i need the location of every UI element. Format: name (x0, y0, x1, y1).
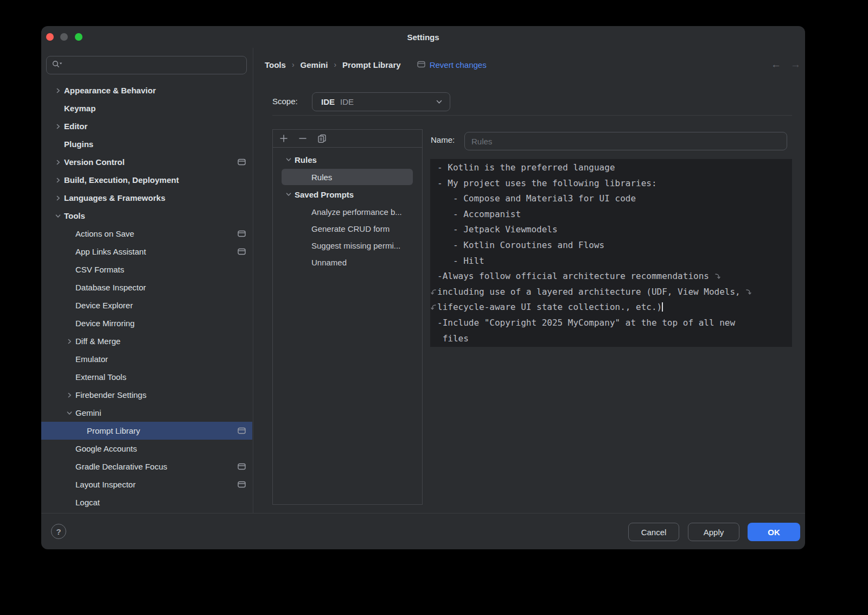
cancel-button[interactable]: Cancel (628, 523, 679, 541)
editor-line: - My project uses the following librarie… (437, 176, 792, 192)
sidebar-item-label: Prompt Library (87, 426, 140, 435)
prompt-item-rules[interactable]: Rules (282, 169, 413, 185)
sidebar-item-label: Logcat (75, 498, 100, 507)
sidebar-item-csv-formats[interactable]: CSV Formats (41, 261, 252, 278)
sidebar-item-build-execution-deployment[interactable]: Build, Execution, Deployment (41, 171, 252, 189)
minimize-button[interactable] (60, 33, 68, 41)
chevron-down-icon[interactable] (285, 156, 295, 163)
breadcrumb-separator: › (292, 60, 295, 69)
sidebar-item-prompt-library[interactable]: Prompt Library (41, 422, 252, 440)
help-button[interactable]: ? (51, 524, 66, 539)
editor-line: - Hilt (437, 253, 792, 269)
sidebar-item-diff-merge[interactable]: Diff & Merge (41, 332, 252, 350)
editor-line-text: - Kotlin Coroutines and Flows (437, 240, 604, 250)
chevron-right-icon[interactable] (66, 392, 75, 398)
chevron-right-icon[interactable] (55, 123, 64, 130)
apply-button[interactable]: Apply (688, 523, 739, 541)
sidebar-item-google-accounts[interactable]: Google Accounts (41, 440, 252, 458)
sidebar-item-gemini[interactable]: Gemini (41, 404, 252, 422)
chevron-down-icon[interactable] (285, 191, 295, 198)
ide-settings-icon (238, 427, 246, 434)
editor-line: -Include "Copyright 2025 MyCompany" at t… (437, 315, 792, 331)
sidebar-item-tools[interactable]: Tools (41, 207, 252, 225)
sidebar-item-label: App Links Assistant (75, 247, 146, 256)
sidebar-item-firebender-settings[interactable]: Firebender Settings (41, 386, 252, 404)
chevron-down-icon[interactable] (55, 213, 64, 219)
sidebar-item-app-links-assistant[interactable]: App Links Assistant (41, 243, 252, 261)
sidebar-item-keymap[interactable]: Keymap (41, 99, 252, 117)
ok-button[interactable]: OK (748, 523, 800, 541)
prompt-item-analyze-performance-b[interactable]: Analyze performance b... (282, 204, 413, 220)
sidebar-item-layout-inspector[interactable]: Layout Inspector (41, 475, 252, 493)
sidebar-item-database-inspector[interactable]: Database Inspector (41, 278, 252, 296)
sidebar-item-actions-on-save[interactable]: Actions on Save (41, 225, 252, 243)
sidebar-item-logcat[interactable]: Logcat (41, 493, 252, 511)
prompt-group-rules[interactable]: Rules (273, 151, 422, 168)
titlebar: Settings (41, 26, 805, 48)
sidebar-item-device-explorer[interactable]: Device Explorer (41, 296, 252, 314)
settings-window: Settings Appearance & BehaviorKeymapEdit… (41, 26, 805, 549)
chevron-right-icon[interactable] (55, 87, 64, 94)
prompt-editor[interactable]: - Kotlin is the preferred language- My p… (430, 159, 792, 347)
chevron-right-icon[interactable] (66, 338, 75, 345)
prompt-group-saved-prompts[interactable]: Saved Prompts (273, 186, 422, 203)
remove-prompt-button[interactable] (297, 132, 309, 144)
search-input[interactable] (64, 61, 246, 70)
editor-line-text: including use of a layered architecture … (437, 287, 745, 297)
editor-line: - Accompanist (437, 207, 792, 223)
chevron-right-icon[interactable] (55, 159, 64, 166)
sidebar-item-emulator[interactable]: Emulator (41, 350, 252, 368)
sidebar-item-plugins[interactable]: Plugins (41, 135, 252, 153)
sidebar-item-label: Diff & Merge (75, 337, 120, 346)
chevron-down-icon[interactable] (66, 410, 75, 416)
breadcrumb-prompt-library[interactable]: Prompt Library (342, 60, 401, 69)
soft-wrap-icon (431, 289, 437, 295)
breadcrumb-separator: › (334, 60, 336, 69)
ide-settings-icon (238, 248, 246, 255)
forward-arrow-icon[interactable]: → (790, 58, 801, 72)
scope-select[interactable]: IDE IDE (312, 92, 450, 111)
sidebar-item-label: Keymap (64, 104, 95, 113)
name-label: Name: (431, 135, 455, 144)
sidebar-item-external-tools[interactable]: External Tools (41, 368, 252, 386)
sidebar-item-label: Appearance & Behavior (64, 86, 156, 95)
editor-line: files (437, 331, 792, 347)
settings-nav: Appearance & BehaviorKeymapEditorPlugins… (41, 81, 252, 513)
back-arrow-icon[interactable]: ← (771, 58, 781, 72)
sidebar-item-label: External Tools (75, 372, 126, 382)
scope-value: IDE (340, 97, 354, 106)
prompt-item-generate-crud-form[interactable]: Generate CRUD form (282, 220, 413, 237)
editor-line-text: - Jetpack Viewmodels (437, 224, 558, 234)
duplicate-prompt-button[interactable] (316, 132, 328, 144)
sidebar-item-label: Actions on Save (75, 229, 134, 238)
editor-line-text: - Accompanist (437, 209, 521, 219)
sidebar-item-gradle-declarative-focus[interactable]: Gradle Declarative Focus (41, 458, 252, 475)
add-prompt-button[interactable] (278, 132, 290, 144)
sidebar-item-device-mirroring[interactable]: Device Mirroring (41, 314, 252, 332)
zoom-button[interactable] (75, 33, 82, 41)
ide-settings-icon (238, 230, 246, 237)
sidebar-item-label: Plugins (64, 140, 93, 149)
sidebar-item-languages-frameworks[interactable]: Languages & Frameworks (41, 189, 252, 207)
soft-wrap-icon (745, 289, 751, 295)
search-icon (52, 60, 64, 71)
sidebar-item-label: Device Mirroring (75, 319, 135, 328)
name-field[interactable] (464, 132, 787, 150)
prompt-item-unnamed[interactable]: Unnamed (282, 254, 413, 270)
sidebar-item-editor[interactable]: Editor (41, 117, 252, 135)
prompt-item-label: Suggest missing permi... (311, 241, 400, 250)
close-button[interactable] (46, 33, 54, 41)
prompt-group-label: Saved Prompts (295, 190, 354, 199)
prompt-toolbar (273, 130, 422, 148)
prompt-item-suggest-missing-permi[interactable]: Suggest missing permi... (282, 237, 413, 253)
soft-wrap-icon (714, 273, 720, 280)
sidebar-item-appearance-behavior[interactable]: Appearance & Behavior (41, 81, 252, 99)
breadcrumb-gemini[interactable]: Gemini (301, 60, 328, 69)
revert-changes-link[interactable]: Revert changes (417, 60, 487, 69)
settings-search[interactable] (46, 56, 247, 74)
chevron-right-icon[interactable] (55, 177, 64, 183)
chevron-right-icon[interactable] (55, 195, 64, 201)
prompt-list-panel: RulesRulesSaved PromptsAnalyze performan… (272, 129, 423, 505)
breadcrumb-tools[interactable]: Tools (265, 60, 286, 69)
sidebar-item-version-control[interactable]: Version Control (41, 153, 252, 171)
